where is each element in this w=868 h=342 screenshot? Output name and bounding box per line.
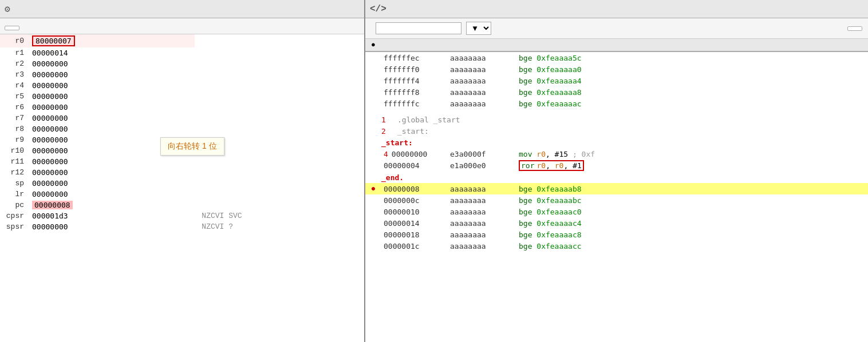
register-value: 000001d3 (29, 210, 195, 221)
register-row: r100000014 (0, 47, 364, 58)
register-name: r11 (0, 156, 29, 167)
register-value: 00000000 (29, 167, 195, 178)
register-value: 00000000 (29, 134, 195, 145)
disasm-address: fffffff8 (381, 88, 450, 97)
disasm-instruction-row[interactable]: 0000001caaaaaaaa bge 0xfeaaaacc (365, 240, 868, 252)
register-value: 00000008 (29, 200, 195, 210)
register-row: lr00000000 (0, 189, 364, 200)
disasm-instruction: bge 0xfeaaaabc (519, 196, 868, 205)
register-table: r080000007r100000014r200000000r300000000… (0, 34, 364, 232)
register-value: 00000000 (29, 156, 195, 167)
disassembly-header: </> (365, 0, 868, 18)
disasm-instruction: bge 0xfeaaaaac (519, 100, 868, 108)
register-value: 00000000 (29, 113, 195, 124)
disasm-instruction-row[interactable]: fffffff8aaaaaaaa bge 0xfeaaaaa8 (365, 86, 868, 98)
disasm-address: 0000000c (381, 196, 450, 205)
disasm-instruction: bge 0xfeaaaaa4 (519, 77, 868, 85)
disasm-opcode: aaaaaaaa (450, 100, 519, 108)
disasm-instruction-row[interactable]: 0000000caaaaaaaa bge 0xfeaaaabc (365, 194, 868, 206)
disasm-instruction: bge 0xfeaaaaa0 (519, 65, 868, 74)
breakpoint-dot: ● (371, 184, 376, 193)
disasm-instruction-row[interactable]: ●00000008aaaaaaaa bge 0xfeaaaab8 (365, 183, 868, 194)
disasm-toolbar: ▼ (365, 18, 868, 39)
register-extra: NZCVI SVC (195, 210, 364, 221)
register-name: r5 (0, 91, 29, 102)
disasm-instruction-row[interactable]: fffffffcaaaaaaaa bge 0xfeaaaaac (365, 98, 868, 109)
disasm-instruction: bge 0xfeaaaac4 (519, 219, 868, 228)
registers-content: 向右轮转 1 位 r080000007r100000014r200000000r… (0, 34, 364, 342)
register-name: lr (0, 189, 29, 200)
disasm-opcode: aaaaaaaa (450, 88, 519, 97)
disasm-instruction: bge 0xfeaaaaa8 (519, 88, 868, 97)
register-row: r700000000 (0, 113, 364, 124)
disasm-instruction: bge 0xfeaaaac0 (519, 208, 868, 216)
register-value: 00000000 (29, 58, 195, 69)
register-row: r200000000 (0, 58, 364, 69)
register-name: r9 (0, 134, 29, 145)
disasm-opcode: aaaaaaaa (450, 77, 519, 85)
register-value: 00000000 (29, 124, 195, 134)
register-name: r12 (0, 167, 29, 178)
register-row: r1200000000 (0, 167, 364, 178)
disasm-address: 00000014 (381, 219, 450, 228)
highlighted-instruction: rorr0, r0, #1 (519, 160, 584, 171)
disasm-instruction: bge 0xfeaaaab8 (519, 185, 868, 193)
register-name: r6 (0, 102, 29, 113)
disasm-address: fffffff4 (381, 77, 450, 85)
disasm-address: 00000018 (381, 230, 450, 239)
goto-input[interactable] (376, 22, 461, 34)
disasm-opcode: aaaaaaaa (450, 219, 519, 228)
col-dot-header: ● (365, 41, 381, 49)
operand-comment: , #15 ; 0xf (546, 150, 595, 158)
disasm-instruction-row[interactable]: 00000010aaaaaaaa bge 0xfeaaaac0 (365, 206, 868, 217)
registers-refresh-button[interactable] (5, 26, 19, 30)
disasm-instruction: rorr0, r0, #1 (519, 160, 868, 171)
disasm-instruction-row[interactable]: 00000018aaaaaaaa bge 0xfeaaaac8 (365, 229, 868, 240)
register-row: r400000000 (0, 80, 364, 91)
disasm-opcode: aaaaaaaa (450, 65, 519, 74)
register-value: 00000014 (29, 47, 195, 58)
disasm-instruction-row[interactable]: 00000014aaaaaaaa bge 0xfeaaaac4 (365, 217, 868, 229)
disasm-instruction: bge 0xfeaaaа5c (519, 54, 868, 62)
disasm-instruction: bge 0xfeaaaac8 (519, 230, 868, 239)
disasm-address: 00000010 (381, 208, 450, 216)
register-value: 00000000 (29, 178, 195, 189)
disasm-opcode: aaaaaaaa (450, 208, 519, 216)
disasm-content: ffffffecaaaaaaaa bge 0xfeaaaа5cfffffff0a… (365, 52, 868, 342)
reg2: r0 (555, 161, 564, 170)
disasm-address: 0000001c (381, 242, 450, 250)
register-row: r900000000 (0, 134, 364, 145)
disasm-opcode: aaaaaaaa (450, 242, 519, 250)
register-value: 00000000 (29, 69, 195, 80)
disasm-table-header: ● (365, 39, 868, 52)
disasm-opcode: e1a000e0 (450, 161, 519, 170)
register-row: cpsr000001d3NZCVI SVC (0, 210, 364, 221)
register-value: 80000007 (29, 34, 195, 47)
disasm-dot: ● (365, 184, 381, 193)
disasm-instruction: mov r0, #15 ; 0xf (519, 150, 868, 158)
disasm-instruction-row[interactable]: 400000000e3a0000f mov r0, #15 ; 0xf (365, 148, 868, 160)
register-name: r8 (0, 124, 29, 134)
disasm-instruction-row[interactable]: 00000004e1a000e0rorr0, r0, #1 (365, 160, 868, 172)
registers-header: ⚙ (0, 0, 364, 18)
disasm-address: ffffffec (381, 54, 450, 62)
disasm-refresh-button[interactable] (847, 26, 862, 31)
disasm-opcode: aaaaaaaa (450, 230, 519, 239)
register-value: 00000000 (29, 102, 195, 113)
disasm-opcode: aaaaaaaa (450, 196, 519, 205)
disasm-address: fffffffc (381, 100, 450, 108)
disasm-instruction-row[interactable]: fffffff4aaaaaaaa bge 0xfeaaaaa4 (365, 75, 868, 86)
disasm-instruction-row[interactable]: ffffffecaaaaaaaa bge 0xfeaaaа5c (365, 52, 868, 63)
disasm-blank-row (365, 109, 868, 114)
disasm-instruction-row[interactable]: fffffff0aaaaaaaa bge 0xfeaaaaa0 (365, 63, 868, 75)
disassembly-panel: </> ▼ ● ffffffecaaaaaaaa bge 0xfeaaaа5cf… (365, 0, 868, 342)
registers-icon: ⚙ (5, 3, 10, 15)
register-row: r500000000 (0, 91, 364, 102)
goto-dropdown[interactable]: ▼ (466, 22, 491, 35)
register-value: 00000000 (29, 189, 195, 200)
reg1: r0 (536, 161, 546, 170)
register-row: r800000000 (0, 124, 364, 134)
register-name: sp (0, 178, 29, 189)
register-row: r1100000000 (0, 156, 364, 167)
register-value: 00000000 (29, 80, 195, 91)
